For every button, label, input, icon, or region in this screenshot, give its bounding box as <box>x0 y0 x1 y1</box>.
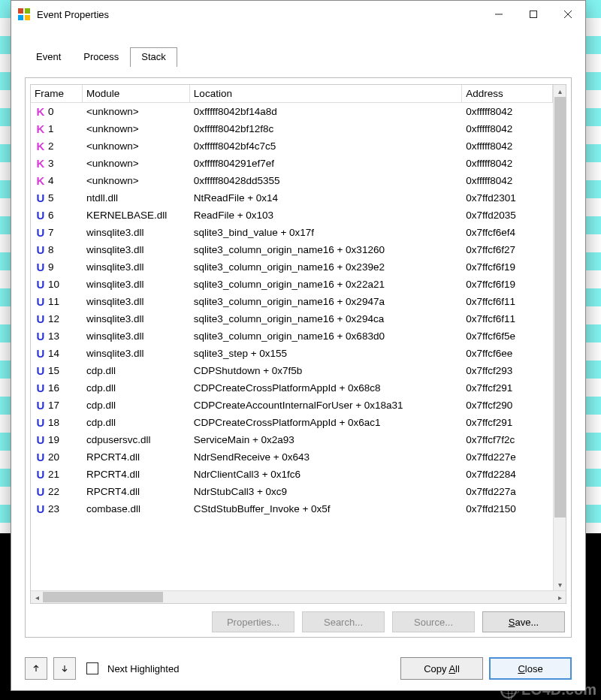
minimize-button[interactable] <box>482 2 516 26</box>
col-location[interactable]: Location <box>189 85 461 103</box>
close-window-button[interactable] <box>551 2 585 26</box>
scroll-up-icon[interactable]: ▴ <box>554 85 566 97</box>
frame-number: 23 <box>48 503 59 514</box>
kernel-mode-icon: K <box>35 122 47 135</box>
table-row[interactable]: U8winsqlite3.dllsqlite3_column_origin_na… <box>31 241 553 258</box>
table-row[interactable]: U6KERNELBASE.dllReadFile + 0x1030x7ffd20… <box>31 207 553 224</box>
cell-module: cdp.dll <box>82 414 189 431</box>
user-mode-icon: U <box>35 485 47 498</box>
table-row[interactable]: K2<unknown>0xfffff8042bf4c7c50xfffff8042 <box>31 137 553 155</box>
scroll-right-icon[interactable]: ▸ <box>554 591 566 603</box>
table-row[interactable]: U10winsqlite3.dllsqlite3_column_origin_n… <box>31 276 553 293</box>
scroll-down-icon[interactable]: ▾ <box>554 578 566 590</box>
user-mode-icon: U <box>35 278 47 291</box>
save-button[interactable]: Save... <box>482 611 565 632</box>
cell-module: winsqlite3.dll <box>82 310 189 327</box>
cell-location: ReadFile + 0x103 <box>189 207 461 224</box>
next-highlighted-checkbox[interactable] <box>86 662 98 674</box>
table-row[interactable]: U22RPCRT4.dllNdrStubCall3 + 0xc90x7ffd22… <box>31 483 553 500</box>
col-module[interactable]: Module <box>82 85 189 103</box>
table-row[interactable]: U23combase.dllCStdStubBuffer_Invoke + 0x… <box>31 500 553 517</box>
table-row[interactable]: K0<unknown>0xfffff8042bf14a8d0xfffff8042 <box>31 103 553 121</box>
frame-number: 15 <box>48 365 59 376</box>
table-row[interactable]: U9winsqlite3.dllsqlite3_column_origin_na… <box>31 258 553 276</box>
table-row[interactable]: U7winsqlite3.dllsqlite3_bind_value + 0x1… <box>31 224 553 241</box>
table-row[interactable]: K1<unknown>0xfffff8042bf12f8c0xfffff8042 <box>31 120 553 137</box>
cell-module: <unknown> <box>82 155 189 172</box>
cell-module: <unknown> <box>82 137 189 155</box>
cell-address: 0x7ffcf291 <box>462 414 553 431</box>
cell-location: sqlite3_column_origin_name16 + 0x31260 <box>189 241 461 258</box>
table-row[interactable]: U19cdpusersvc.dllServiceMain + 0x2a930x7… <box>31 431 553 448</box>
frame-number: 7 <box>48 227 54 238</box>
cell-module: winsqlite3.dll <box>82 258 189 276</box>
copy-all-button[interactable]: Copy All <box>400 657 483 680</box>
maximize-button[interactable] <box>516 2 551 26</box>
cell-module: <unknown> <box>82 103 189 121</box>
stack-table[interactable]: Frame Module Location Address K0<unknown… <box>31 85 553 517</box>
cell-location: sqlite3_column_origin_name16 + 0x294ca <box>189 310 461 327</box>
next-highlighted-label: Next Highlighted <box>107 663 179 674</box>
tab-process[interactable]: Process <box>72 47 130 67</box>
user-mode-icon: U <box>35 261 47 273</box>
cell-address: 0x7ffcf6f19 <box>462 276 553 293</box>
source-button[interactable]: Source... <box>392 611 475 632</box>
col-address[interactable]: Address <box>462 85 553 103</box>
cell-module: winsqlite3.dll <box>82 327 189 345</box>
table-row[interactable]: U16cdp.dllCDPCreateCrossPlatformAppId + … <box>31 379 553 397</box>
stack-table-container: Frame Module Location Address K0<unknown… <box>30 84 566 604</box>
prev-event-button[interactable] <box>25 657 47 680</box>
frame-number: 9 <box>48 261 54 273</box>
frame-number: 17 <box>48 400 59 411</box>
table-row[interactable]: U5ntdll.dllNtReadFile + 0x140x7ffd2301 <box>31 189 553 207</box>
properties-button[interactable]: Properties... <box>212 611 294 632</box>
tab-event[interactable]: Event <box>25 47 72 67</box>
user-mode-icon: U <box>35 243 47 256</box>
next-event-button[interactable] <box>53 657 76 680</box>
frame-number: 6 <box>48 210 54 221</box>
cell-module: RPCRT4.dll <box>82 483 189 500</box>
cell-address: 0x7ffcf6f11 <box>462 310 553 327</box>
tab-stack[interactable]: Stack <box>130 47 177 67</box>
cell-module: cdp.dll <box>82 362 189 379</box>
table-header-row[interactable]: Frame Module Location Address <box>31 85 553 103</box>
table-row[interactable]: K4<unknown>0xfffff80428dd53550xfffff8042 <box>31 172 553 189</box>
cell-location: 0xfffff804291ef7ef <box>189 155 461 172</box>
table-row[interactable]: U17cdp.dllCDPCreateAccountInternalForUse… <box>31 397 553 414</box>
frame-number: 1 <box>48 123 54 134</box>
table-row[interactable]: K3<unknown>0xfffff804291ef7ef0xfffff8042 <box>31 155 553 172</box>
event-properties-dialog: Event Properties Event Process Stack <box>11 0 586 691</box>
table-row[interactable]: U18cdp.dllCDPCreateCrossPlatformAppId + … <box>31 414 553 431</box>
table-row[interactable]: U13winsqlite3.dllsqlite3_column_origin_n… <box>31 327 553 345</box>
cell-module: <unknown> <box>82 172 189 189</box>
cell-address: 0x7ffd2150 <box>462 500 553 517</box>
user-mode-icon: U <box>35 347 47 360</box>
table-row[interactable]: U14winsqlite3.dllsqlite3_step + 0x1550x7… <box>31 345 553 362</box>
frame-number: 13 <box>48 330 59 342</box>
cell-address: 0x7ffd227e <box>462 448 553 466</box>
table-row[interactable]: U21RPCRT4.dllNdrClientCall3 + 0x1fc60x7f… <box>31 466 553 483</box>
svg-rect-5 <box>530 11 537 18</box>
search-button[interactable]: Search... <box>302 611 385 632</box>
frame-number: 12 <box>48 313 59 324</box>
cell-module: RPCRT4.dll <box>82 448 189 466</box>
scroll-left-icon[interactable]: ◂ <box>31 591 43 603</box>
table-row[interactable]: U11winsqlite3.dllsqlite3_column_origin_n… <box>31 293 553 310</box>
hscroll-thumb[interactable] <box>43 592 163 602</box>
table-row[interactable]: U20RPCRT4.dllNdrSendReceive + 0x6430x7ff… <box>31 448 553 466</box>
vscroll-thumb[interactable] <box>554 97 566 517</box>
table-row[interactable]: U15cdp.dllCDPShutdown + 0x7f5b0x7ffcf293 <box>31 362 553 379</box>
window-title: Event Properties <box>37 9 109 20</box>
vertical-scrollbar[interactable]: ▴ ▾ <box>553 85 566 590</box>
user-mode-icon: U <box>35 295 47 308</box>
frame-number: 22 <box>48 486 59 497</box>
cell-module: ntdll.dll <box>82 189 189 207</box>
cell-module: RPCRT4.dll <box>82 466 189 483</box>
col-frame[interactable]: Frame <box>31 85 82 103</box>
user-mode-icon: U <box>35 312 47 325</box>
cell-address: 0x7ffcf6f19 <box>462 258 553 276</box>
close-button[interactable]: Close <box>489 657 572 680</box>
horizontal-scrollbar[interactable]: ◂ ▸ <box>31 590 566 603</box>
table-row[interactable]: U12winsqlite3.dllsqlite3_column_origin_n… <box>31 310 553 327</box>
frame-number: 16 <box>48 382 59 394</box>
